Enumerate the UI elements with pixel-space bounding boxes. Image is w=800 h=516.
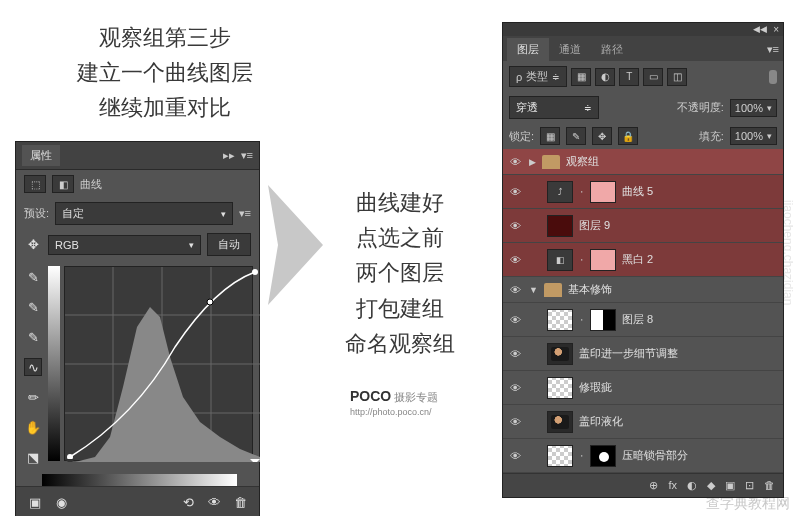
link-icon[interactable]: ⬝: [579, 451, 584, 461]
lock-position-icon[interactable]: ✥: [592, 127, 612, 145]
hand-icon[interactable]: ✋: [24, 418, 42, 436]
visibility-icon[interactable]: 👁: [507, 284, 523, 296]
link-layers-icon[interactable]: ⊕: [649, 479, 658, 492]
link-icon[interactable]: ⬝: [579, 255, 584, 265]
svg-marker-0: [268, 185, 323, 305]
add-adj-icon[interactable]: ◆: [707, 479, 715, 492]
tab-paths[interactable]: 路径: [591, 38, 633, 61]
filter-kind-dropdown[interactable]: ρ类型≑: [509, 66, 567, 87]
target-adjust-icon[interactable]: ✥: [24, 236, 42, 254]
reset-icon[interactable]: ⟲: [179, 493, 197, 511]
fill-input[interactable]: 100%▾: [730, 127, 777, 145]
disclosure-icon[interactable]: ▶: [529, 157, 536, 167]
filter-toggle[interactable]: [769, 70, 777, 84]
layer-thumb[interactable]: [547, 309, 573, 331]
layer-thumb[interactable]: [547, 411, 573, 433]
curve-smooth-icon[interactable]: ∿: [24, 358, 42, 376]
layer-row[interactable]: 👁◧⬝黑白 2: [503, 243, 783, 277]
layer-thumb[interactable]: [547, 215, 573, 237]
panel-menu-icon[interactable]: ▾≡: [767, 43, 779, 56]
histogram-icon[interactable]: ⬔: [24, 448, 42, 466]
lock-all-icon[interactable]: 🔒: [618, 127, 638, 145]
new-layer-icon[interactable]: ⊡: [745, 479, 754, 492]
auto-button[interactable]: 自动: [207, 233, 251, 256]
new-group-icon[interactable]: ▣: [725, 479, 735, 492]
opacity-input[interactable]: 100%▾: [730, 99, 777, 117]
layer-thumb[interactable]: [547, 445, 573, 467]
layer-row[interactable]: 👁修瑕疵: [503, 371, 783, 405]
layer-row[interactable]: 👁⬝图层 8: [503, 303, 783, 337]
layer-name[interactable]: 曲线 5: [622, 184, 779, 199]
toggle-vis-icon[interactable]: 👁: [205, 493, 223, 511]
clip-layer-icon[interactable]: ▣: [26, 493, 44, 511]
preset-menu-icon[interactable]: ▾≡: [239, 207, 251, 220]
properties-panel: 属性 ▸▸ ▾≡ ⬚ ◧ 曲线 预设: 自定▾ ▾≡ ✥ RGB▾ 自动 ✎ ✎…: [15, 141, 260, 516]
eyedropper-gray-icon[interactable]: ✎: [24, 298, 42, 316]
layer-row[interactable]: 👁盖印液化: [503, 405, 783, 439]
visibility-icon[interactable]: 👁: [507, 416, 523, 428]
layer-row[interactable]: 👁盖印进一步细节调整: [503, 337, 783, 371]
add-mask-icon[interactable]: ◐: [687, 479, 697, 492]
link-icon[interactable]: ⬝: [579, 187, 584, 197]
layer-name[interactable]: 盖印进一步细节调整: [579, 346, 779, 361]
mask-thumb[interactable]: [590, 181, 616, 203]
visibility-icon[interactable]: 👁: [507, 314, 523, 326]
curves-adj-icon: ⬚: [24, 175, 46, 193]
filter-type-icon[interactable]: T: [619, 68, 639, 86]
tab-channels[interactable]: 通道: [549, 38, 591, 61]
mask-icon[interactable]: ◧: [52, 175, 74, 193]
layer-name[interactable]: 图层 8: [622, 312, 779, 327]
layer-name[interactable]: 黑白 2: [622, 252, 779, 267]
visibility-icon[interactable]: 👁: [507, 348, 523, 360]
eyedropper-black-icon[interactable]: ✎: [24, 268, 42, 286]
channel-dropdown[interactable]: RGB▾: [48, 235, 201, 255]
visibility-icon[interactable]: 👁: [507, 186, 523, 198]
filter-pixel-icon[interactable]: ▦: [571, 68, 591, 86]
eyedropper-white-icon[interactable]: ✎: [24, 328, 42, 346]
lock-paint-icon[interactable]: ✎: [566, 127, 586, 145]
filter-shape-icon[interactable]: ▭: [643, 68, 663, 86]
layer-row[interactable]: 👁⤴⬝曲线 5: [503, 175, 783, 209]
collapse-panel-icon[interactable]: ◀◀: [753, 24, 767, 35]
delete-adj-icon[interactable]: 🗑: [231, 493, 249, 511]
mask-thumb[interactable]: [590, 309, 616, 331]
disclosure-icon[interactable]: ▼: [529, 285, 538, 295]
curve-graph[interactable]: [64, 266, 253, 461]
mask-thumb[interactable]: [590, 249, 616, 271]
visibility-icon[interactable]: 👁: [507, 220, 523, 232]
collapse-icon[interactable]: ▸▸: [223, 149, 235, 162]
mask-thumb[interactable]: [590, 445, 616, 467]
layer-name[interactable]: 图层 9: [579, 218, 779, 233]
filter-smart-icon[interactable]: ◫: [667, 68, 687, 86]
preset-dropdown[interactable]: 自定▾: [55, 202, 233, 225]
layer-name[interactable]: 观察组: [566, 154, 779, 169]
layer-row[interactable]: 👁图层 9: [503, 209, 783, 243]
properties-header: 属性 ▸▸ ▾≡: [16, 142, 259, 170]
layer-row[interactable]: 👁▼基本修饰: [503, 277, 783, 303]
layer-row[interactable]: 👁▶观察组: [503, 149, 783, 175]
properties-tab[interactable]: 属性: [22, 145, 60, 166]
layer-row[interactable]: 👁⬝压暗锁骨部分: [503, 439, 783, 473]
visibility-icon[interactable]: 👁: [507, 254, 523, 266]
delete-layer-icon[interactable]: 🗑: [764, 479, 775, 492]
layer-name[interactable]: 修瑕疵: [579, 380, 779, 395]
layer-name[interactable]: 盖印液化: [579, 414, 779, 429]
visibility-icon[interactable]: 👁: [507, 156, 523, 168]
layer-thumb[interactable]: [547, 343, 573, 365]
panel-menu-icon[interactable]: ▾≡: [241, 149, 253, 162]
view-prev-icon[interactable]: ◉: [52, 493, 70, 511]
blend-mode-dropdown[interactable]: 穿透≑: [509, 96, 599, 119]
layer-name[interactable]: 压暗锁骨部分: [622, 448, 779, 463]
visibility-icon[interactable]: 👁: [507, 450, 523, 462]
filter-adj-icon[interactable]: ◐: [595, 68, 615, 86]
link-icon[interactable]: ⬝: [579, 315, 584, 325]
tab-layers[interactable]: 图层: [507, 38, 549, 61]
lock-transparent-icon[interactable]: ▦: [540, 127, 560, 145]
close-panel-icon[interactable]: ×: [773, 24, 779, 35]
fx-icon[interactable]: fx: [668, 479, 677, 492]
curve-pencil-icon[interactable]: ✏: [24, 388, 42, 406]
svg-marker-7: [75, 307, 260, 462]
layer-thumb[interactable]: [547, 377, 573, 399]
layer-name[interactable]: 基本修饰: [568, 282, 779, 297]
visibility-icon[interactable]: 👁: [507, 382, 523, 394]
